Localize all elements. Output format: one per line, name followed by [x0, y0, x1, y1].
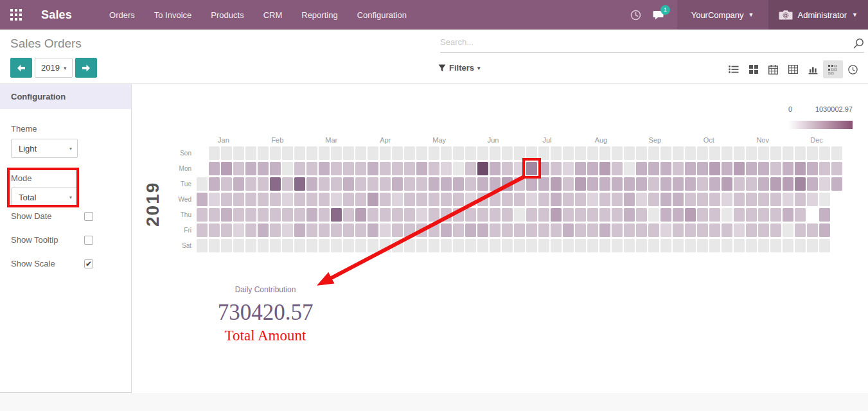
heatmap-cell[interactable]: [599, 177, 610, 191]
heatmap-cell[interactable]: [758, 208, 769, 222]
heatmap-cell[interactable]: [624, 162, 635, 175]
heatmap-cell[interactable]: [636, 162, 647, 175]
heatmap-cell[interactable]: [343, 177, 354, 191]
heatmap-cell[interactable]: [636, 223, 647, 237]
heatmap-cell[interactable]: [221, 177, 232, 191]
heatmap-cell[interactable]: [685, 177, 696, 191]
heatmap-cell[interactable]: [416, 162, 427, 175]
heatmap-cell[interactable]: [575, 162, 586, 175]
next-year-button[interactable]: [75, 58, 97, 78]
heatmap-cell[interactable]: [245, 223, 256, 237]
heatmap-cell[interactable]: [807, 223, 818, 237]
heatmap-cell[interactable]: [599, 193, 610, 206]
heatmap-cell[interactable]: [380, 177, 391, 191]
heatmap-cell[interactable]: [783, 177, 793, 191]
heatmap-cell[interactable]: [697, 146, 708, 160]
heatmap-cell[interactable]: [575, 193, 586, 206]
heatmap-cell[interactable]: [465, 177, 476, 191]
heatmap-cell[interactable]: [538, 208, 549, 222]
previous-year-button[interactable]: [10, 58, 32, 78]
heatmap-cell[interactable]: [453, 146, 464, 160]
view-list-button[interactable]: [723, 60, 743, 78]
heatmap-cell[interactable]: [294, 146, 305, 160]
heatmap-cell[interactable]: [477, 208, 488, 222]
heatmap-cell[interactable]: [709, 223, 720, 237]
heatmap-cell[interactable]: [221, 208, 232, 222]
heatmap-cell[interactable]: [624, 146, 635, 160]
heatmap-cell[interactable]: [819, 223, 830, 237]
menu-item-products[interactable]: Products: [211, 10, 244, 20]
view-calendar-button[interactable]: [763, 60, 783, 78]
heatmap-cell[interactable]: [270, 146, 281, 160]
heatmap-cell[interactable]: [392, 146, 403, 160]
heatmap-cell[interactable]: [368, 239, 378, 252]
heatmap-cell[interactable]: [660, 146, 671, 160]
heatmap-cell[interactable]: [795, 223, 806, 237]
heatmap-cell[interactable]: [380, 162, 391, 175]
apps-menu-button[interactable]: [0, 0, 32, 30]
heatmap-cell[interactable]: [490, 223, 500, 237]
heatmap-cell[interactable]: [209, 223, 220, 237]
heatmap-cell[interactable]: [795, 193, 806, 206]
heatmap-cell[interactable]: [551, 162, 562, 175]
heatmap-cell[interactable]: [392, 208, 403, 222]
heatmap-cell[interactable]: [416, 193, 427, 206]
heatmap-cell[interactable]: [612, 208, 623, 222]
heatmap-cell[interactable]: [282, 177, 293, 191]
menu-item-crm[interactable]: CRM: [263, 10, 283, 20]
heatmap-cell[interactable]: [258, 208, 269, 222]
heatmap-cell[interactable]: [538, 177, 549, 191]
heatmap-cell[interactable]: [343, 193, 354, 206]
heatmap-cell[interactable]: [648, 162, 659, 175]
heatmap-cell[interactable]: [209, 162, 220, 175]
heatmap-cell[interactable]: [453, 239, 464, 252]
heatmap-cell[interactable]: [355, 162, 366, 175]
heatmap-cell[interactable]: [441, 223, 452, 237]
heatmap-cell[interactable]: [612, 193, 623, 206]
heatmap-cell[interactable]: [245, 208, 256, 222]
heatmap-cell[interactable]: [319, 239, 330, 252]
heatmap-cell[interactable]: [587, 223, 598, 237]
heatmap-cell[interactable]: [368, 223, 378, 237]
heatmap-cell[interactable]: [526, 177, 537, 191]
heatmap-cell[interactable]: [722, 193, 732, 206]
heatmap-cell[interactable]: [636, 239, 647, 252]
heatmap-cell[interactable]: [795, 208, 806, 222]
heatmap-cell[interactable]: [758, 193, 769, 206]
heatmap-cell[interactable]: [563, 223, 574, 237]
heatmap-cell[interactable]: [490, 162, 500, 175]
view-activity-button[interactable]: [843, 60, 863, 78]
heatmap-cell[interactable]: [746, 223, 757, 237]
heatmap-cell[interactable]: [636, 208, 647, 222]
heatmap-cell[interactable]: [331, 146, 342, 160]
heatmap-cell[interactable]: [331, 177, 342, 191]
heatmap-cell[interactable]: [392, 177, 403, 191]
heatmap-cell[interactable]: [685, 146, 696, 160]
heatmap-cell[interactable]: [306, 162, 317, 175]
heatmap-cell[interactable]: [819, 193, 830, 206]
heatmap-cell[interactable]: [697, 193, 708, 206]
app-title[interactable]: Sales: [41, 8, 72, 22]
heatmap-cell[interactable]: [538, 239, 549, 252]
heatmap-cell[interactable]: [477, 146, 488, 160]
heatmap-cell[interactable]: [526, 223, 537, 237]
heatmap-cell[interactable]: [477, 162, 488, 175]
heatmap-cell[interactable]: [746, 162, 757, 175]
heatmap-cell[interactable]: [258, 239, 269, 252]
heatmap-cell[interactable]: [465, 239, 476, 252]
heatmap-cell[interactable]: [538, 162, 549, 175]
heatmap-cell[interactable]: [673, 177, 684, 191]
heatmap-cell[interactable]: [355, 208, 366, 222]
heatmap-cell[interactable]: [563, 208, 574, 222]
heatmap-cell[interactable]: [294, 193, 305, 206]
heatmap-cell[interactable]: [392, 223, 403, 237]
heatmap-cell[interactable]: [197, 223, 208, 237]
heatmap-cell[interactable]: [221, 193, 232, 206]
toggle-checkbox-unchecked[interactable]: [84, 212, 93, 221]
heatmap-cell[interactable]: [624, 208, 635, 222]
heatmap-cell[interactable]: [441, 162, 452, 175]
heatmap-cell[interactable]: [282, 193, 293, 206]
heatmap-cell[interactable]: [758, 239, 769, 252]
heatmap-cell[interactable]: [270, 193, 281, 206]
heatmap-cell[interactable]: [660, 223, 671, 237]
